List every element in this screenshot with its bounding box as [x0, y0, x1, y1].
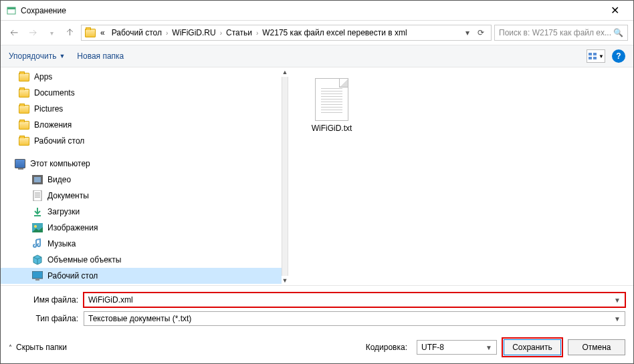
image-icon — [31, 222, 43, 234]
cancel-button[interactable]: Отмена — [568, 339, 625, 355]
folder-icon — [18, 103, 30, 115]
splitter[interactable]: ▲ ▼ — [282, 67, 288, 285]
new-folder-button[interactable]: Новая папка — [77, 51, 124, 61]
chevron-right-icon: › — [166, 29, 168, 37]
breadcrumb-dropdown[interactable]: ▾ — [463, 28, 472, 37]
filetype-label: Тип файла: — [9, 314, 84, 323]
chevron-down-icon: ▼ — [486, 344, 492, 351]
svg-rect-3 — [593, 53, 597, 55]
view-button[interactable]: ▼ — [587, 49, 605, 63]
tree-item[interactable]: Рабочий стол — [1, 133, 282, 149]
filename-input[interactable]: WiFiGiD.xml ▼ — [84, 293, 625, 307]
tree-item[interactable]: Загрузки — [1, 204, 282, 220]
main-area: Apps Documents Pictures Вложения Рабочий… — [1, 67, 633, 285]
music-icon — [31, 238, 43, 250]
footer: ˄ Скрыть папки Кодировка: UTF-8 ▼ Сохран… — [1, 334, 633, 363]
file-list[interactable]: WiFiGiD.txt — [288, 67, 633, 285]
encoding-label: Кодировка: — [366, 343, 407, 352]
svg-rect-5 — [593, 57, 597, 59]
tree-item[interactable]: Документы — [1, 188, 282, 204]
text-file-icon — [315, 78, 348, 121]
tree-item[interactable]: Объемные объекты — [1, 252, 282, 268]
svg-rect-4 — [589, 57, 592, 59]
filetype-select[interactable]: Текстовые документы (*.txt) ▼ — [84, 311, 625, 326]
up-button[interactable]: 🡡 — [62, 25, 78, 41]
scroll-down-icon[interactable]: ▼ — [282, 276, 288, 285]
title-bar: Сохранение ✕ — [1, 1, 633, 21]
tree-item[interactable]: Музыка — [1, 236, 282, 252]
recent-dropdown[interactable]: ▾ — [43, 25, 60, 41]
file-name: WiFiGiD.txt — [312, 124, 352, 133]
tree-item[interactable]: Видео — [1, 172, 282, 188]
desktop-icon — [31, 270, 43, 282]
pc-icon — [14, 158, 26, 170]
scroll-up-icon[interactable]: ▲ — [282, 67, 288, 77]
toolbar: Упорядочить▼ Новая папка ▼ ? — [1, 45, 633, 67]
tree-item-selected[interactable]: Рабочий стол — [1, 268, 282, 284]
svg-rect-7 — [34, 177, 41, 182]
tree-item[interactable]: Вложения — [1, 117, 282, 133]
svg-rect-15 — [32, 271, 43, 279]
chevron-down-icon[interactable]: ▼ — [614, 297, 621, 304]
tree-item[interactable]: Pictures — [1, 101, 282, 117]
search-icon: 🔍 — [613, 28, 623, 37]
file-item[interactable]: WiFiGiD.txt — [302, 78, 362, 133]
chevron-up-icon: ˄ — [9, 344, 12, 351]
chevron-right-icon: › — [256, 29, 258, 37]
organize-button[interactable]: Упорядочить▼ — [9, 51, 65, 61]
download-icon — [31, 206, 43, 218]
svg-point-14 — [34, 225, 37, 228]
folder-icon — [18, 71, 30, 83]
chevron-down-icon[interactable]: ▼ — [614, 315, 621, 323]
breadcrumb-item[interactable]: WiFiGiD.RU — [169, 28, 218, 37]
cube-icon — [31, 254, 43, 266]
tree-item[interactable]: Apps — [1, 69, 282, 85]
breadcrumb-item[interactable]: W2175 как файл excel перевести в xml — [259, 28, 409, 37]
encoding-select[interactable]: UTF-8 ▼ — [417, 340, 497, 355]
search-placeholder: Поиск в: W2175 как файл ex... — [499, 28, 611, 37]
back-button[interactable]: 🡠 — [6, 25, 22, 41]
help-button[interactable]: ? — [612, 49, 625, 63]
form-panel: Имя файла: WiFiGiD.xml ▼ Тип файла: Текс… — [1, 285, 633, 334]
nav-bar: 🡠 🡢 ▾ 🡡 « Рабочий стол › WiFiGiD.RU › Ст… — [1, 21, 633, 45]
svg-rect-8 — [33, 190, 41, 201]
filename-label: Имя файла: — [9, 295, 84, 305]
svg-rect-2 — [589, 53, 592, 55]
hide-folders-button[interactable]: ˄ Скрыть папки — [9, 343, 67, 352]
doc-icon — [31, 190, 43, 202]
refresh-button[interactable]: ⟳ — [473, 28, 488, 37]
breadcrumb-item[interactable]: Статьи — [223, 28, 255, 37]
forward-button[interactable]: 🡢 — [25, 25, 41, 41]
save-button[interactable]: Сохранить — [504, 339, 561, 355]
chevron-right-icon: › — [220, 29, 222, 37]
svg-rect-16 — [35, 279, 39, 281]
app-icon — [6, 5, 17, 16]
svg-rect-1 — [7, 7, 15, 9]
folder-icon — [84, 27, 96, 39]
video-icon — [31, 174, 43, 186]
folder-icon — [18, 119, 30, 131]
breadcrumb-prefix: « — [98, 28, 108, 37]
folder-icon — [18, 135, 30, 147]
tree-item[interactable]: Documents — [1, 85, 282, 101]
nav-tree: Apps Documents Pictures Вложения Рабочий… — [1, 67, 282, 285]
search-input[interactable]: Поиск в: W2175 как файл ex... 🔍 — [494, 25, 628, 41]
close-button[interactable]: ✕ — [601, 4, 628, 17]
tree-item-this-pc[interactable]: Этот компьютер — [1, 156, 282, 172]
folder-icon — [18, 87, 30, 99]
breadcrumb[interactable]: « Рабочий стол › WiFiGiD.RU › Статьи › W… — [81, 25, 492, 41]
tree-item[interactable]: Изображения — [1, 220, 282, 236]
breadcrumb-item[interactable]: Рабочий стол — [109, 28, 165, 37]
window-title: Сохранение — [21, 6, 601, 15]
